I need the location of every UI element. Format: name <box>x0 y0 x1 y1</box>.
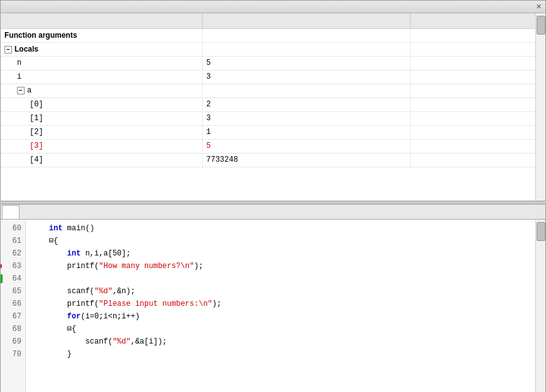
code-line-68: ⊟{ <box>26 323 545 335</box>
tab-bar <box>1 204 545 220</box>
row-type-a1 <box>410 111 545 125</box>
line-number-text-66: 66 <box>13 298 21 310</box>
code-line-66: printf("Please input numbers:\n"); <box>26 298 545 310</box>
code-area[interactable]: int main() ⊟{ int n,i,a[50]; printf("How… <box>26 220 545 392</box>
editor-body: 6061626364656667686970 int main() ⊟{ int… <box>1 220 545 392</box>
col-header-type <box>410 13 545 28</box>
line-num-62: 62 <box>1 247 25 260</box>
line-num-69: 69 <box>1 335 25 348</box>
code-line-62: int n,i,a[50]; <box>26 247 545 260</box>
editor-scrollbar-thumb[interactable] <box>537 222 545 241</box>
row-type-a0 <box>410 98 545 111</box>
row-name-a3: [3] <box>30 142 43 150</box>
row-type-a4 <box>410 153 545 167</box>
row-value-a0: 2 <box>202 98 410 111</box>
line-numbers: 6061626364656667686970 <box>1 220 26 392</box>
expand-icon-a[interactable]: − <box>17 87 25 94</box>
code-line-60: int main() <box>26 222 545 235</box>
watches-close-button[interactable]: ✕ <box>536 3 542 11</box>
row-type-i <box>410 70 545 84</box>
expand-icon-locals[interactable]: − <box>4 46 12 53</box>
code-line-64 <box>26 272 545 285</box>
row-name-func-args: Function arguments <box>4 31 77 40</box>
row-name-a1: [1] <box>30 114 43 123</box>
row-type-locals <box>410 42 545 56</box>
row-value-func-args <box>202 28 410 42</box>
row-type-a3 <box>410 139 545 153</box>
watches-titlebar: ✕ <box>1 1 545 13</box>
row-type-a2 <box>410 125 545 139</box>
editor-scrollbar[interactable] <box>535 220 545 392</box>
watches-scrollbar[interactable] <box>535 13 545 201</box>
line-number-text-65: 65 <box>13 285 21 298</box>
line-num-63: 63 <box>1 260 25 272</box>
row-value-a <box>202 84 410 98</box>
watches-panel: ✕ Function arguments−Localsn5i3−a[0]2[1]… <box>0 0 546 201</box>
watches-scrollbar-thumb[interactable] <box>537 16 545 35</box>
row-value-a4: 7733248 <box>202 153 410 167</box>
col-header-name <box>1 13 202 28</box>
code-line-67: for(i=0;i<n;i++) <box>26 310 545 323</box>
row-name-locals: Locals <box>14 45 38 53</box>
col-header-value <box>202 13 410 28</box>
row-name-a0: [0] <box>30 100 43 109</box>
row-value-i: 3 <box>202 70 410 84</box>
editor-panel: 6061626364656667686970 int main() ⊟{ int… <box>0 204 546 392</box>
line-num-66: 66 <box>1 298 25 310</box>
line-number-text-61: 61 <box>13 235 21 247</box>
code-line-63: printf("How many numbers?\n"); <box>26 260 545 272</box>
row-value-a1: 3 <box>202 111 410 125</box>
line-number-text-63: 63 <box>13 260 21 272</box>
green-bar-64 <box>1 274 3 283</box>
watches-table: Function arguments−Localsn5i3−a[0]2[1]3[… <box>1 13 545 201</box>
line-num-65: 65 <box>1 285 25 298</box>
breakpoint-dot-63 <box>1 263 2 269</box>
code-line-65: scanf("%d",&n); <box>26 285 545 298</box>
line-num-68: 68 <box>1 323 25 335</box>
row-type-a <box>410 84 545 98</box>
line-num-60: 60 <box>1 222 25 235</box>
row-value-a2: 1 <box>202 125 410 139</box>
row-value-a3: 5 <box>202 139 410 153</box>
line-number-text-70: 70 <box>13 348 21 361</box>
row-name-a4: [4] <box>30 155 43 164</box>
line-number-text-60: 60 <box>13 222 21 235</box>
line-number-text-62: 62 <box>13 247 21 260</box>
row-type-func-args <box>410 28 545 42</box>
row-type-n <box>410 56 545 70</box>
row-name-a2: [2] <box>30 128 43 137</box>
line-num-67: 67 <box>1 310 25 323</box>
row-name-i: i <box>17 72 21 81</box>
line-num-64: 64 <box>1 272 25 285</box>
tab-main-c[interactable] <box>2 205 20 219</box>
row-name-n: n <box>17 59 21 67</box>
row-value-locals <box>202 42 410 56</box>
line-number-text-69: 69 <box>13 335 21 348</box>
line-num-70: 70 <box>1 348 25 361</box>
line-number-text-68: 68 <box>13 323 21 335</box>
line-num-61: 61 <box>1 235 25 247</box>
code-line-61: ⊟{ <box>26 235 545 247</box>
code-line-69: scanf("%d",&a[i]); <box>26 335 545 348</box>
line-number-text-67: 67 <box>13 310 21 323</box>
line-number-text-64: 64 <box>13 272 21 285</box>
row-value-n: 5 <box>202 56 410 70</box>
row-name-a: a <box>27 86 31 95</box>
code-line-70: } <box>26 348 545 361</box>
